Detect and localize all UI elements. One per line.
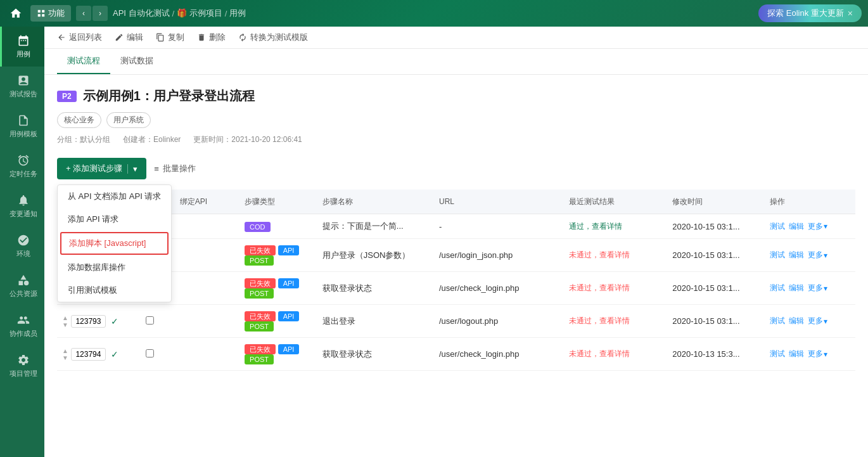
table-row: ▲▼ ✓ 已失效 API <box>57 305 855 338</box>
copy-label: 复制 <box>168 32 184 43</box>
sidebar-item-case[interactable]: 用例 <box>0 27 44 67</box>
row1-edit-link[interactable]: 编辑 <box>789 221 804 232</box>
row5-result-text[interactable]: 未通过，查看详情 <box>569 349 630 358</box>
batch-button[interactable]: ≡ 批量操作 <box>154 163 196 174</box>
tab-data[interactable]: 测试数据 <box>110 49 163 74</box>
row1-url: - <box>434 214 564 239</box>
sidebar-item-report[interactable]: 测试报告 <box>0 67 44 106</box>
nav-arrows: ‹ › <box>76 6 108 21</box>
func-menu[interactable]: 功能 <box>30 5 71 22</box>
sidebar-item-notification[interactable]: 变更通知 <box>0 186 44 226</box>
row4-url: /user/logout.php <box>434 305 564 338</box>
topbar: 功能 ‹ › API 自动化测试 / 🎁 示例项目 / 用例 探索 Eolink… <box>0 0 868 27</box>
table-header: 顺序 锁定 ? 绑定API 步骤类型 步骤名称 URL 最近测试结果 修改 <box>57 190 855 214</box>
row2-actions: 测试 编辑 更多▾ <box>765 239 855 272</box>
copy-button[interactable]: 复制 <box>156 32 184 43</box>
row4-result-text[interactable]: 未通过，查看详情 <box>569 316 630 325</box>
row2-test-link[interactable]: 测试 <box>770 250 785 261</box>
row5-type-fail: 已失效 <box>245 344 276 354</box>
delete-label: 删除 <box>209 32 226 43</box>
row4-order-confirm[interactable]: ✓ <box>111 316 118 326</box>
breadcrumb-project[interactable]: 🎁 示例项目 <box>177 8 222 19</box>
row1-more-link[interactable]: 更多▾ <box>808 221 827 232</box>
dropdown-add-script[interactable]: 添加脚本 [Javascript] <box>60 232 169 255</box>
row5-order-arrows[interactable]: ▲▼ <box>62 347 68 361</box>
dropdown-add-api[interactable]: 添加 API 请求 <box>58 208 171 231</box>
row5-result: 未通过，查看详情 <box>564 338 668 371</box>
row4-test-link[interactable]: 测试 <box>770 316 785 326</box>
row4-name: 退出登录 <box>317 305 434 338</box>
convert-button[interactable]: 转换为测试模版 <box>238 32 308 43</box>
breadcrumb-api[interactable]: API 自动化测试 <box>113 8 170 19</box>
add-step-button[interactable]: + 添加测试步骤 ▾ <box>57 158 146 179</box>
th-name: 步骤名称 <box>317 190 434 214</box>
row3-type: 已失效 API POST <box>239 272 317 305</box>
dropdown-add-db[interactable]: 添加数据库操作 <box>58 256 171 279</box>
tab-flow[interactable]: 测试流程 <box>57 49 110 74</box>
sidebar-resource-label: 公共资源 <box>10 289 37 299</box>
row4-actions: 测试 编辑 更多▾ <box>765 305 855 338</box>
row1-name: 提示：下面是一个简... <box>317 214 434 239</box>
row2-type-fail: 已失效 <box>245 245 276 255</box>
sidebar-member-label: 协作成员 <box>10 329 37 338</box>
row4-checkbox[interactable] <box>146 316 154 325</box>
row5-order-confirm[interactable]: ✓ <box>111 349 118 359</box>
row1-result-text[interactable]: 通过，查看详情 <box>569 222 622 231</box>
meta-info: 分组：默认分组 创建者：Eolinker 更新时间：2021-10-20 12:… <box>57 134 855 145</box>
add-step-dropdown-arrow[interactable]: ▾ <box>127 164 137 174</box>
page-content: P2 示例用例1：用户登录登出流程 核心业务 用户系统 分组：默认分组 创建者：… <box>44 75 868 457</box>
row4-time: 2020-10-15 03:1... <box>667 305 764 338</box>
row3-api <box>175 272 239 305</box>
row5-test-link[interactable]: 测试 <box>770 349 785 359</box>
explore-banner[interactable]: 探索 Eolink 重大更新 × <box>758 4 862 22</box>
sidebar-item-member[interactable]: 协作成员 <box>0 306 44 346</box>
content-area: 返回列表 编辑 复制 删除 转换为测试模版 测试流程 <box>44 27 868 457</box>
row2-more-link[interactable]: 更多▾ <box>808 250 827 261</box>
table-row: ▲▼ ✓ 已失效 API <box>57 338 855 371</box>
sidebar-item-env[interactable]: 环境 <box>0 226 44 266</box>
sidebar-item-resource[interactable]: 公共资源 <box>0 266 44 306</box>
home-button[interactable] <box>6 4 25 23</box>
sidebar-template-label: 用例模板 <box>10 129 37 139</box>
sidebar-item-schedule[interactable]: 定时任务 <box>0 146 44 186</box>
tag-core: 核心业务 <box>57 112 101 128</box>
row3-edit-link[interactable]: 编辑 <box>789 283 804 293</box>
sidebar-schedule-label: 定时任务 <box>10 169 37 179</box>
row3-actions: 测试 编辑 更多▾ <box>765 272 855 305</box>
row2-type: 已失效 API POST <box>239 239 317 272</box>
row3-more-link[interactable]: 更多▾ <box>808 283 827 293</box>
row4-type-post: POST <box>245 321 274 331</box>
priority-badge: P2 <box>57 91 77 102</box>
back-button[interactable]: 返回列表 <box>57 32 102 43</box>
row5-edit-link[interactable]: 编辑 <box>789 349 804 359</box>
row4-more-link[interactable]: 更多▾ <box>808 316 827 326</box>
row5-type: 已失效 API POST <box>239 338 317 371</box>
row1-time: 2020-10-15 03:1... <box>667 214 764 239</box>
sidebar-item-project[interactable]: 项目管理 <box>0 346 44 386</box>
sidebar-item-template[interactable]: 用例模板 <box>0 106 44 146</box>
row4-api <box>175 305 239 338</box>
row3-test-link[interactable]: 测试 <box>770 283 785 293</box>
row4-order-arrows[interactable]: ▲▼ <box>62 314 68 328</box>
nav-forward-button[interactable]: › <box>93 6 108 21</box>
dropdown-from-api[interactable]: 从 API 文档添加 API 请求 <box>58 185 171 208</box>
delete-button[interactable]: 删除 <box>197 32 226 43</box>
row5-time: 2020-10-13 15:3... <box>667 338 764 371</box>
row5-checkbox[interactable] <box>146 349 154 357</box>
edit-button[interactable]: 编辑 <box>115 32 143 43</box>
row1-test-link[interactable]: 测试 <box>770 221 785 232</box>
row4-edit-link[interactable]: 编辑 <box>789 316 804 326</box>
tags: 核心业务 用户系统 <box>57 112 855 128</box>
explore-close-icon[interactable]: × <box>848 8 853 18</box>
row3-result-text[interactable]: 未通过，查看详情 <box>569 283 630 292</box>
row4-order-input[interactable] <box>71 315 106 328</box>
breadcrumb: API 自动化测试 / 🎁 示例项目 / 用例 <box>113 8 246 19</box>
dropdown-ref-template[interactable]: 引用测试模板 <box>58 279 171 302</box>
row5-more-link[interactable]: 更多▾ <box>808 349 827 359</box>
table-row: 已失效 API POST 获取登录状态 /user/check_login.ph… <box>57 272 855 305</box>
row2-edit-link[interactable]: 编辑 <box>789 250 804 261</box>
row5-order-input[interactable] <box>71 348 106 361</box>
row5-url: /user/check_login.php <box>434 338 564 371</box>
nav-back-button[interactable]: ‹ <box>76 6 91 21</box>
row2-result-text[interactable]: 未通过，查看详情 <box>569 250 630 259</box>
